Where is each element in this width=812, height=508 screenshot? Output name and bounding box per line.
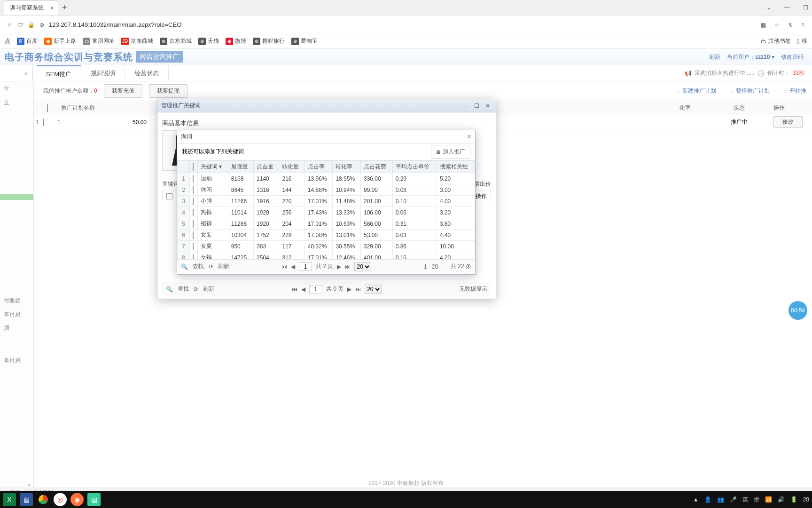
maximize-icon[interactable]: ☐: [472, 103, 481, 109]
extension-icon[interactable]: ↯: [788, 22, 793, 28]
row-checkbox[interactable]: [193, 254, 194, 260]
recharge-button[interactable]: 我要充值: [104, 84, 142, 98]
select-all-checkbox[interactable]: [193, 163, 194, 171]
bookmark-item[interactable]: ▭常用网址: [83, 37, 115, 45]
bookmark-item[interactable]: 点: [5, 37, 10, 45]
close-icon[interactable]: ✕: [484, 103, 492, 109]
qr-icon[interactable]: ▦: [761, 22, 766, 28]
firefox-icon[interactable]: ◉: [70, 493, 84, 506]
table-row[interactable]: 8女裤14725250431217.01%12.46%401.000.164.2…: [178, 252, 475, 260]
edit-button[interactable]: 修改: [773, 116, 803, 128]
pause-plan-link[interactable]: ≣ 暂停推广计划: [729, 87, 770, 95]
row-checkbox[interactable]: [193, 198, 194, 205]
maximize-icon[interactable]: ☐: [803, 4, 808, 11]
volume-icon[interactable]: 🔊: [778, 496, 785, 503]
tray-icon[interactable]: ▲: [693, 496, 699, 503]
menu-icon[interactable]: ≡: [801, 22, 804, 28]
page-size-select[interactable]: 20: [365, 285, 382, 294]
prev-page-icon[interactable]: ◀: [301, 286, 305, 293]
bookmark-item[interactable]: ⊕京东商城: [160, 37, 192, 45]
tab-sem[interactable]: SEM推广: [37, 65, 81, 81]
first-page-icon[interactable]: ⏮: [281, 263, 287, 270]
search-icon[interactable]: 🔍: [166, 286, 173, 293]
minimize-icon[interactable]: —: [784, 4, 790, 11]
table-row[interactable]: 5裙裤11288192020417.01%10.63%586.000.313.8…: [178, 218, 475, 230]
row-checkbox[interactable]: [43, 119, 44, 126]
excel-icon[interactable]: X: [3, 493, 16, 506]
sidebar-item[interactable]: 本付息: [0, 354, 33, 367]
tab-rules[interactable]: 规则说明: [81, 65, 125, 81]
tab-status[interactable]: 经营状态: [125, 65, 169, 81]
wifi-icon[interactable]: 📶: [765, 496, 772, 503]
prev-page-icon[interactable]: ◀: [291, 263, 295, 270]
sidebar-item[interactable]: 本付息: [0, 308, 33, 321]
browser-tab[interactable]: 训与竞赛系统 ×: [4, 0, 58, 15]
lock-icon[interactable]: 🔒: [28, 22, 35, 28]
new-tab-button[interactable]: +: [62, 3, 67, 13]
table-row[interactable]: 6女装10304175222817.00%13.01%53.000.034.40: [178, 230, 475, 241]
sidebar-item[interactable]: 付账款: [0, 294, 33, 308]
row-checkbox[interactable]: [193, 231, 194, 239]
minimize-icon[interactable]: —: [461, 103, 469, 109]
close-icon[interactable]: ×: [467, 133, 471, 141]
chrome-icon[interactable]: [37, 493, 50, 506]
dialog-titlebar[interactable]: 管理推广关键词 — ☐ ✕: [157, 99, 496, 112]
window-dropdown-icon[interactable]: ⌄: [766, 4, 771, 11]
select-all-checkbox[interactable]: [47, 104, 48, 112]
inner-select-all[interactable]: [166, 193, 172, 199]
withdraw-button[interactable]: 我要提现: [149, 84, 187, 98]
last-page-icon[interactable]: ⏭: [345, 263, 351, 270]
permission-icon[interactable]: ⊘: [39, 22, 44, 28]
refresh-icon[interactable]: ⟳: [194, 286, 198, 293]
row-checkbox[interactable]: [193, 175, 194, 183]
ime-indicator[interactable]: 英: [742, 496, 748, 504]
next-page-icon[interactable]: ▶: [337, 263, 341, 270]
keyword-table-wrap[interactable]: 关键词 ▾展现量点击量转化量点击率转化率点击花费平均点击单价搜索相关性 1运动8…: [177, 160, 475, 259]
battery-icon[interactable]: 🔋: [790, 496, 797, 503]
first-page-icon[interactable]: ⏮: [292, 286, 297, 293]
row-checkbox[interactable]: [193, 243, 194, 250]
app-icon[interactable]: ▦: [20, 493, 33, 506]
tray-icon[interactable]: 👥: [717, 496, 724, 503]
page-input[interactable]: [299, 262, 312, 271]
sidebar-item[interactable]: 立: [0, 82, 33, 96]
page-size-select[interactable]: 20: [354, 262, 371, 271]
tray-icon[interactable]: 🎤: [730, 496, 737, 503]
sidebar-item[interactable]: 朋: [0, 321, 33, 335]
bookmark-item[interactable]: ◉新手上路: [44, 37, 76, 45]
table-row[interactable]: 7女夏95038311740.32%30.55%329.000.8610.00: [178, 241, 475, 252]
row-checkbox[interactable]: [193, 209, 194, 216]
bookmark-item[interactable]: ⊕天猫: [198, 37, 219, 45]
start-plan-link[interactable]: ≣ 开始推: [783, 87, 806, 95]
sidebar-toggle[interactable]: «: [0, 65, 33, 81]
app-icon[interactable]: ▤: [87, 493, 101, 506]
bookmark-item[interactable]: ◉微博: [226, 37, 246, 45]
sidebar-item[interactable]: 立: [0, 96, 33, 110]
ime-indicator[interactable]: 拼: [754, 496, 759, 504]
mobile-bookmarks[interactable]: ▯移: [796, 37, 807, 45]
url-box[interactable]: 🛡 🔒 ⊘ 123.207.8.149:10032/main/main.aspx…: [17, 21, 755, 28]
new-plan-link[interactable]: ≣ 新建推广计划: [676, 87, 716, 95]
row-checkbox[interactable]: [193, 186, 194, 194]
app-icon[interactable]: ◎: [54, 493, 67, 506]
add-to-promo-button[interactable]: ≣加入推广: [431, 145, 470, 159]
search-icon[interactable]: 🔍: [181, 263, 188, 270]
change-password-link[interactable]: 修改密码: [781, 53, 804, 61]
other-bookmarks[interactable]: 🗀其他书签: [761, 37, 791, 45]
next-page-icon[interactable]: ▶: [347, 286, 351, 293]
clock[interactable]: 20: [803, 496, 809, 503]
table-row[interactable]: 1运动8168114021613.96%18.95%336.000.295.20: [178, 173, 475, 184]
table-row[interactable]: 2休闲8845131614414.88%10.94%99.000.083.00: [178, 184, 475, 196]
bookmark-item[interactable]: JD京东商城: [121, 37, 153, 45]
table-row[interactable]: 4热裤11014192025617.43%13.33%106.000.063.2…: [178, 207, 475, 218]
bookmark-item[interactable]: ⊕携程旅行: [253, 37, 285, 45]
row-checkbox[interactable]: [193, 220, 194, 228]
refresh-icon[interactable]: ⟳: [209, 263, 213, 270]
page-input[interactable]: [309, 285, 322, 294]
sidebar-item[interactable]: [0, 194, 33, 200]
refresh-link[interactable]: 刷新: [709, 53, 720, 61]
bookmark-item[interactable]: ⊕爱淘宝: [291, 37, 318, 45]
timer-bubble[interactable]: 04:54: [789, 301, 807, 320]
table-row[interactable]: 3小脚11266191622017.01%11.48%201.000.104.0…: [178, 196, 475, 207]
shield-icon[interactable]: 🛡: [17, 22, 23, 28]
